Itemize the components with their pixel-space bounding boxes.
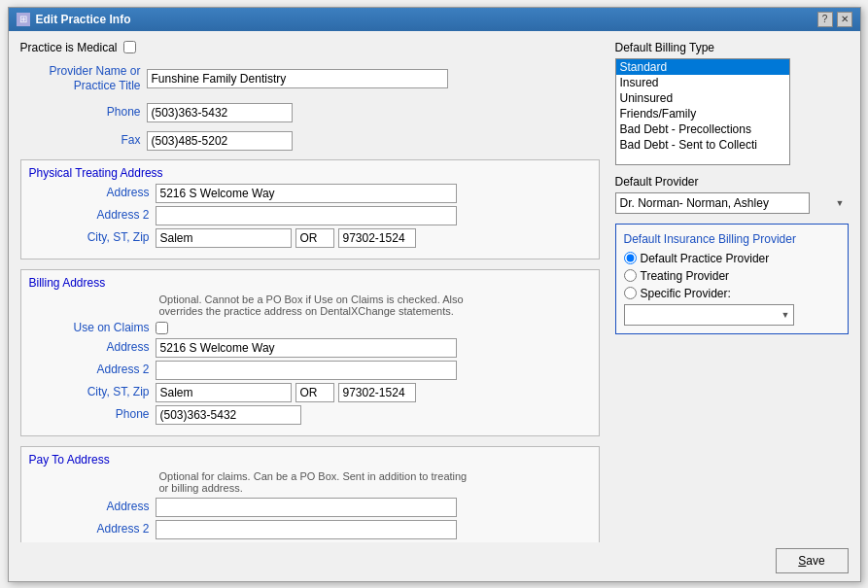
default-provider-label: Default Provider [615,175,849,189]
bill-phone-label: Phone [29,407,156,423]
bill-city-state-zip-group [156,383,416,402]
radio-specific-provider-label: Specific Provider: [641,287,731,300]
right-panel: Default Billing Type Standard Insured Un… [615,41,849,533]
billing-note: Optional. Cannot be a PO Box if Use on C… [159,294,591,317]
left-panel: Practice is Medical Provider Name orPrac… [20,41,600,533]
phys-citystatezip-row: City, ST, Zip [29,228,591,248]
insurance-billing-section: Default Insurance Billing Provider Defau… [615,224,849,334]
phys-address2-label: Address 2 [29,208,156,224]
phys-address-label: Address [29,186,156,201]
phys-state-input[interactable] [295,228,334,248]
titlebar-left: ⊞ Edit Practice Info [17,13,131,26]
billing-type-standard[interactable]: Standard [616,59,789,75]
window-icon: ⊞ [17,13,30,26]
radio-default-practice-input[interactable] [624,252,637,264]
physical-address-section: Physical Treating Address Address Addres… [20,159,600,259]
save-label: Save [798,554,824,568]
payto-address-row: Address [29,498,591,517]
phys-city-label: City, ST, Zip [29,230,156,246]
insurance-billing-label: Default Insurance Billing Provider [624,232,840,246]
default-provider-select[interactable]: Dr. Norman- Norman, Ashley [615,192,810,214]
use-on-claims-label: Use on Claims [29,321,156,336]
billing-address-section: Billing Address Optional. Cannot be a PO… [20,269,600,437]
billing-type-uninsured[interactable]: Uninsured [616,90,789,106]
use-on-claims-checkbox[interactable] [156,322,168,334]
bill-address-input[interactable] [156,338,457,358]
bill-address2-input[interactable] [156,361,457,380]
close-button[interactable]: ✕ [837,12,852,27]
help-button[interactable]: ? [817,12,833,27]
phys-address2-row: Address 2 [29,206,591,225]
payto-address-label: Address [29,500,156,515]
fax-input[interactable] [147,131,293,151]
radio-specific-provider: Specific Provider: [624,287,840,300]
radio-treating-provider-label: Treating Provider [641,269,730,283]
bill-address-label: Address [29,340,156,356]
billing-type-bad-debt-sent[interactable]: Bad Debt - Sent to Collecti [616,137,789,153]
billing-type-insured[interactable]: Insured [616,75,789,90]
pay-to-note: Optional for claims. Can be a PO Box. Se… [159,470,591,494]
bill-city-label: City, ST, Zip [29,385,156,400]
window-title: Edit Practice Info [36,13,131,26]
bill-city-input[interactable] [156,383,292,402]
radio-default-practice: Default Practice Provider [624,252,840,265]
provider-name-input[interactable] [147,69,448,88]
pay-to-title: Pay To Address [29,453,591,467]
billing-type-bad-debt-pre[interactable]: Bad Debt - Precollections [616,121,789,137]
bill-phone-input[interactable] [156,405,301,425]
billing-type-friends-family[interactable]: Friends/Family [616,106,789,121]
titlebar-controls: ? ✕ [817,12,852,27]
practice-is-medical-label: Practice is Medical [20,41,118,54]
practice-is-medical-row: Practice is Medical [20,41,600,54]
specific-provider-select[interactable] [624,304,794,326]
bill-address2-label: Address 2 [29,363,156,378]
fax-label: Fax [20,133,147,149]
bill-address2-row: Address 2 [29,361,591,380]
phone-label: Phone [20,105,147,121]
phys-address-row: Address [29,184,591,203]
payto-address-input[interactable] [156,498,457,517]
physical-section-title: Physical Treating Address [29,166,591,180]
billing-section-title: Billing Address [29,276,591,290]
default-provider-section: Default Provider Dr. Norman- Norman, Ash… [615,175,849,214]
phys-zip-input[interactable] [338,228,416,248]
radio-treating-provider-input[interactable] [624,269,637,282]
practice-is-medical-checkbox[interactable] [123,41,136,53]
main-window: ⊞ Edit Practice Info ? ✕ Practice is Med… [8,7,861,582]
default-billing-section: Default Billing Type Standard Insured Un… [615,41,849,165]
bill-state-input[interactable] [295,383,334,402]
pay-to-section: Pay To Address Optional for claims. Can … [20,446,600,541]
specific-provider-dropdown-wrapper [624,304,794,326]
default-provider-dropdown-wrapper: Dr. Norman- Norman, Ashley [615,192,849,214]
payto-address2-row: Address 2 [29,520,591,539]
payto-address2-label: Address 2 [29,522,156,537]
bill-zip-input[interactable] [338,383,416,402]
phys-address2-input[interactable] [156,206,457,225]
fax-row: Fax [20,131,600,151]
content-area: Practice is Medical Provider Name orPrac… [9,31,860,542]
phys-city-input[interactable] [156,228,292,248]
phone-row: Phone [20,103,600,122]
default-billing-label: Default Billing Type [615,41,849,54]
radio-specific-provider-input[interactable] [624,287,637,299]
phys-address-input[interactable] [156,184,457,203]
phone-input[interactable] [147,103,293,122]
provider-name-label: Provider Name orPractice Title [20,64,147,94]
billing-type-list[interactable]: Standard Insured Uninsured Friends/Famil… [615,58,790,165]
footer: Save [9,542,860,581]
radio-treating-provider: Treating Provider [624,269,840,283]
use-on-claims-row: Use on Claims [29,321,591,336]
titlebar: ⊞ Edit Practice Info ? ✕ [9,8,860,31]
provider-name-row: Provider Name orPractice Title [20,64,600,94]
radio-default-practice-label: Default Practice Provider [641,252,770,265]
phys-city-state-zip-group [156,228,416,248]
bill-address-row: Address [29,338,591,358]
bill-phone-row: Phone [29,405,591,425]
bill-citystatezip-row: City, ST, Zip [29,383,591,402]
payto-address2-input[interactable] [156,520,457,539]
save-button[interactable]: Save [776,548,849,573]
